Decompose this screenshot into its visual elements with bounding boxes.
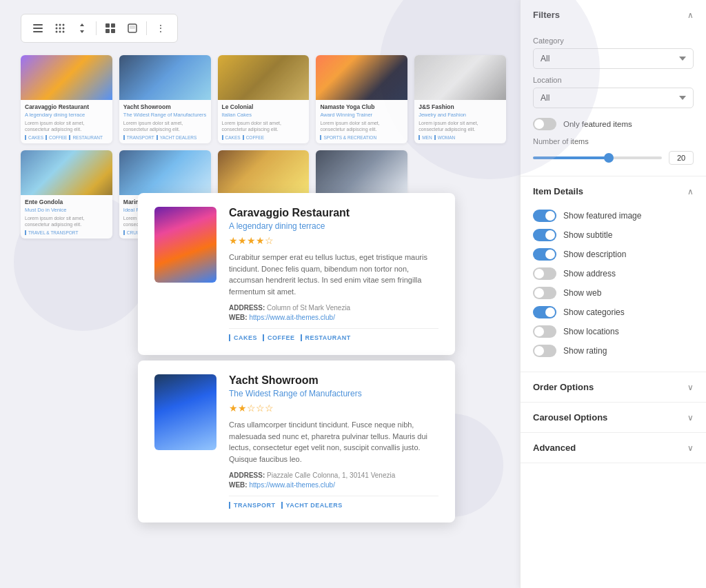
- card-title: Yacht Showroom: [123, 103, 207, 110]
- svg-point-7: [59, 28, 61, 30]
- detail-card-tags: CAKESCOFFEERESTAURANT: [229, 334, 438, 341]
- svg-rect-13: [111, 23, 115, 28]
- item-toggle[interactable]: [533, 306, 556, 318]
- grid-card: Le Colonial Italian Cakes Lorem ipsum do…: [218, 55, 310, 143]
- detail-card-tags: TRANSPORTYACHT DEALERS: [229, 502, 438, 509]
- svg-rect-0: [33, 24, 43, 26]
- category-label: Category: [533, 37, 694, 45]
- order-options-title: Order Options: [533, 382, 594, 392]
- detail-card-address: ADDRESS: Column of St Mark Venezia: [229, 304, 438, 312]
- grid-dots-button[interactable]: [50, 19, 70, 38]
- toolbar-divider: [96, 21, 97, 35]
- grid-card: Ente Gondola Must Do in Venice Lorem ips…: [21, 150, 112, 239]
- detail-card-description: Cras ullamcorper tincidunt tincidunt. Fu…: [229, 419, 438, 465]
- card-image: [316, 55, 407, 100]
- detail-card-subtitle: A legendary dining terrace: [229, 221, 438, 231]
- filters-section: Filters ∧ Category All Restaurants Hotel…: [521, 0, 706, 176]
- detail-tag: TRANSPORT: [229, 502, 276, 509]
- grid-card: Yacht Showroom The Widest Range of Manuf…: [119, 55, 211, 143]
- item-toggle-label: Show description: [563, 250, 626, 259]
- detail-tag: YACHT DEALERS: [281, 502, 343, 509]
- carousel-options-header[interactable]: Carousel Options ∨: [521, 403, 706, 432]
- item-toggle[interactable]: [533, 248, 556, 261]
- detail-tag: COFFEE: [263, 334, 295, 341]
- card-subtitle: Award Winning Trainer: [320, 112, 403, 118]
- slider-row: 20: [533, 151, 694, 165]
- only-featured-label: Only featured items: [563, 120, 632, 128]
- item-toggle[interactable]: [533, 345, 556, 357]
- left-panel: ⋮ Caravaggio Restaurant A legendary dini…: [0, 0, 520, 588]
- item-toggle[interactable]: [533, 229, 556, 241]
- svg-rect-2: [33, 31, 43, 32]
- items-value[interactable]: 20: [669, 151, 694, 165]
- detail-card: Caravaggio Restaurant A legendary dining…: [138, 193, 455, 355]
- item-details-section: Item Details ∧ Show featured image Show …: [521, 176, 706, 372]
- more-button[interactable]: ⋮: [151, 19, 170, 38]
- location-label: Location: [533, 76, 694, 84]
- detail-card-web: WEB: https://www.ait-themes.club/: [229, 314, 438, 321]
- card-image: [218, 55, 310, 100]
- svg-point-9: [56, 31, 58, 33]
- grid4-button[interactable]: [101, 19, 120, 38]
- filters-header[interactable]: Filters ∧: [521, 0, 706, 30]
- card-tag: COFFEE: [243, 135, 264, 140]
- card-tag: MEN: [418, 135, 432, 140]
- card-button[interactable]: [123, 19, 142, 38]
- card-subtitle: Italian Cakes: [222, 112, 305, 118]
- number-of-items-label: Number of items: [533, 137, 694, 145]
- item-details-row: Show locations: [533, 322, 694, 341]
- detail-tag: RESTAURANT: [301, 334, 351, 341]
- grid-card: Caravaggio Restaurant A legendary dining…: [21, 55, 112, 143]
- item-toggle-label: Show subtitle: [563, 230, 612, 240]
- card-tags: MENWOMAN: [418, 135, 502, 140]
- card-tag: WOMAN: [434, 135, 456, 140]
- svg-point-10: [59, 31, 61, 33]
- filters-body: Category All Restaurants Hotels Shopping…: [521, 37, 706, 176]
- detail-card-web-link[interactable]: https://www.ait-themes.club/: [249, 314, 335, 321]
- item-details-chevron: ∧: [687, 187, 694, 196]
- card-tag: CAKES: [222, 135, 241, 140]
- card-title: Namaste Yoga Club: [320, 103, 403, 110]
- card-subtitle: Jewelry and Fashion: [418, 112, 502, 118]
- card-tag: RESTAURANT: [69, 135, 103, 140]
- card-tag: COFFEE: [46, 135, 67, 140]
- card-tag: TRANSPORT: [123, 135, 154, 140]
- grid-card: J&S Fashion Jewelry and Fashion Lorem ip…: [414, 55, 506, 143]
- grid-card: Namaste Yoga Club Award Winning Trainer …: [316, 55, 407, 143]
- item-toggle[interactable]: [533, 325, 556, 338]
- item-details-row: Show subtitle: [533, 225, 694, 245]
- detail-tag: CAKES: [229, 334, 257, 341]
- svg-point-11: [63, 31, 65, 33]
- card-title: J&S Fashion: [418, 103, 502, 110]
- toolbar: ⋮: [21, 14, 178, 43]
- item-toggle[interactable]: [533, 287, 556, 299]
- card-tag: CAKES: [25, 135, 43, 140]
- item-toggle-label: Show rating: [563, 346, 607, 356]
- svg-rect-12: [105, 23, 110, 28]
- item-toggle[interactable]: [533, 267, 556, 280]
- card-image: [218, 150, 310, 195]
- detail-card-stars: ★★★★☆: [229, 235, 438, 246]
- item-toggle[interactable]: [533, 210, 556, 222]
- detail-card-title: Caravaggio Restaurant: [229, 207, 438, 219]
- list-view-button[interactable]: [28, 19, 48, 38]
- advanced-chevron: ∨: [687, 443, 694, 453]
- item-details-row: Show featured image: [533, 206, 694, 225]
- only-featured-row: Only featured items: [533, 118, 694, 130]
- item-details-title: Item Details: [533, 186, 583, 196]
- only-featured-toggle[interactable]: [533, 118, 556, 130]
- detail-card-image: [154, 374, 216, 450]
- arrows-button[interactable]: [72, 19, 92, 38]
- item-details-header[interactable]: Item Details ∧: [521, 176, 706, 206]
- location-select[interactable]: All Venice Rome Milan: [533, 88, 694, 108]
- svg-rect-1: [33, 28, 43, 29]
- advanced-header[interactable]: Advanced ∨: [521, 433, 706, 463]
- items-slider[interactable]: [533, 156, 662, 159]
- order-options-section: Order Options ∨: [521, 372, 706, 403]
- item-toggle-label: Show web: [563, 288, 601, 298]
- item-details-row: Show description: [533, 245, 694, 264]
- detail-card-web-link[interactable]: https://www.ait-themes.club/: [249, 481, 335, 489]
- category-select[interactable]: All Restaurants Hotels Shopping Sports: [533, 48, 694, 69]
- card-tags: TRANSPORTYACHT DEALERS: [123, 135, 207, 140]
- order-options-header[interactable]: Order Options ∨: [521, 372, 706, 402]
